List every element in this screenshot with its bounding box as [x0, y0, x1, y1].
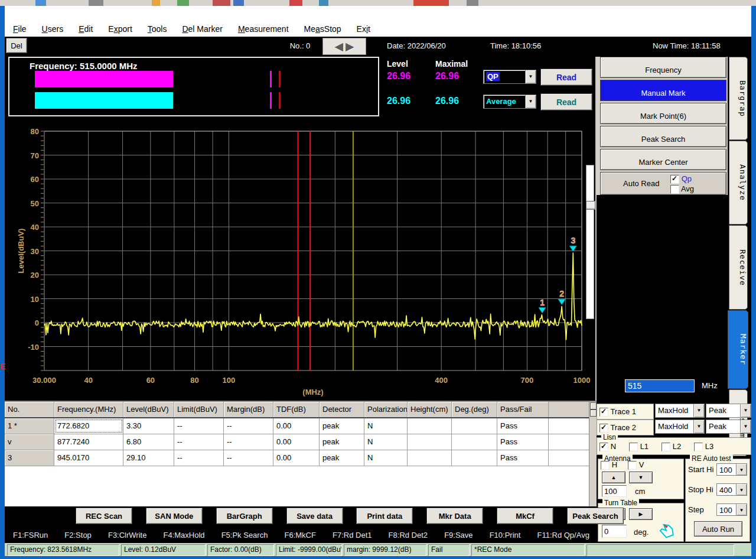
- step-dropdown[interactable]: 100 ▼: [716, 503, 747, 516]
- print-data-button[interactable]: Print data: [356, 508, 413, 524]
- antenna-v-checkbox[interactable]: [628, 461, 637, 470]
- cell-r1-c7[interactable]: peak: [320, 418, 364, 434]
- mkcf-button[interactable]: MkCf: [497, 508, 553, 524]
- cell-r1-c9[interactable]: [408, 418, 452, 434]
- menu-item-export[interactable]: Export: [108, 24, 132, 34]
- dropdown-arrow-icon[interactable]: ▼: [736, 464, 747, 475]
- read-qp-button[interactable]: Read: [540, 69, 592, 86]
- table-scroll-down-icon[interactable]: [590, 410, 597, 417]
- marker-frequency-input[interactable]: [625, 379, 695, 392]
- dropdown-arrow-icon[interactable]: ▼: [740, 404, 751, 417]
- cell-r2-c3[interactable]: 6.80: [123, 434, 174, 450]
- menu-item-users[interactable]: Users: [42, 24, 64, 34]
- start-hi-dropdown[interactable]: 100 ▼: [716, 463, 747, 476]
- mkr-data-button[interactable]: Mkr Data: [426, 508, 483, 524]
- cell-r3-c2[interactable]: 945.0170: [54, 450, 123, 466]
- qp-checkbox[interactable]: [670, 175, 679, 184]
- table-row[interactable]: v877.72406.80----0.00peakNPass: [5, 434, 597, 450]
- trace2-mode-dropdown[interactable]: MaxHold ▼: [655, 420, 705, 434]
- cell-r1-c2[interactable]: 772.6820: [54, 418, 123, 434]
- trace2-checkbox[interactable]: [599, 424, 608, 433]
- table-scroll-up-icon[interactable]: [590, 402, 597, 410]
- peak-search-button[interactable]: Peak Search: [600, 126, 726, 147]
- tab-marker[interactable]: Marker: [728, 310, 748, 389]
- trace1-mode-dropdown[interactable]: MaxHold ▼: [655, 404, 705, 418]
- cell-r1-c5[interactable]: --: [224, 418, 273, 434]
- next-record-icon[interactable]: ▶: [346, 41, 354, 52]
- menu-item-measstop[interactable]: MeasStop: [304, 24, 341, 34]
- prev-record-icon[interactable]: ◀: [334, 41, 343, 52]
- trace1-checkbox[interactable]: [599, 408, 608, 417]
- turn-table-angle-input[interactable]: [602, 525, 627, 538]
- dropdown-arrow-icon[interactable]: ▼: [693, 420, 704, 433]
- read-avg-button[interactable]: Read: [540, 93, 592, 110]
- menu-item-measurement[interactable]: Measurement: [238, 24, 289, 34]
- cell-r3-c3[interactable]: 29.10: [123, 450, 174, 466]
- detector2-dropdown[interactable]: Average ▼: [483, 95, 536, 109]
- dropdown-arrow-icon[interactable]: ▼: [525, 70, 536, 83]
- cell-r1-c6[interactable]: 0.00: [273, 418, 320, 434]
- chart-scrollbar-thumb[interactable]: [586, 201, 595, 210]
- rec-scan-button[interactable]: REC Scan: [76, 508, 132, 524]
- turn-table-right-button[interactable]: ▶: [629, 508, 653, 520]
- antenna-h-checkbox[interactable]: [601, 461, 610, 470]
- cell-r1-c10[interactable]: [452, 418, 497, 434]
- frequency-button[interactable]: Frequency: [600, 57, 726, 78]
- cell-r3-c4[interactable]: --: [174, 450, 224, 466]
- cell-r3-c5[interactable]: --: [224, 450, 273, 466]
- san-mode-button[interactable]: SAN Mode: [146, 508, 203, 524]
- cell-r2-c10[interactable]: [452, 434, 497, 450]
- cell-r3-c1[interactable]: 3: [5, 450, 54, 466]
- cell-r1-c8[interactable]: N: [364, 418, 408, 434]
- dropdown-arrow-icon[interactable]: ▼: [736, 484, 747, 495]
- lisn-n-checkbox[interactable]: [599, 443, 608, 451]
- marker-1-icon[interactable]: [539, 308, 546, 313]
- save-data-button[interactable]: Save data: [286, 508, 343, 524]
- cell-r2-c5[interactable]: --: [224, 434, 273, 450]
- dropdown-arrow-icon[interactable]: ▼: [525, 95, 536, 108]
- avg-checkbox[interactable]: [670, 185, 679, 194]
- menu-item-edit[interactable]: Edit: [79, 24, 93, 34]
- cell-r1-c11[interactable]: Pass: [497, 418, 549, 434]
- cell-r2-c8[interactable]: N: [364, 434, 408, 450]
- turn-table-hand-icon[interactable]: [657, 521, 679, 540]
- auto-run-button[interactable]: Auto Run: [694, 521, 742, 537]
- cell-r2-c2[interactable]: 877.7240: [54, 434, 123, 450]
- lisn-l2-checkbox[interactable]: [662, 443, 670, 451]
- antenna-height-input[interactable]: [602, 485, 627, 497]
- cell-r3-c10[interactable]: [452, 450, 497, 466]
- cell-r3-c8[interactable]: N: [364, 450, 408, 466]
- del-button[interactable]: Del: [6, 38, 27, 53]
- cell-r3-c9[interactable]: [408, 450, 452, 466]
- tab-analyze[interactable]: Analyze: [729, 141, 748, 225]
- menu-item-del-marker[interactable]: Del Marker: [182, 24, 222, 34]
- cell-r2-c1[interactable]: v: [5, 434, 54, 450]
- cell-r3-c6[interactable]: 0.00: [273, 450, 320, 466]
- peak-search-button[interactable]: Peak Search: [567, 508, 624, 524]
- antenna-down-button[interactable]: ▼: [629, 472, 653, 483]
- tab-receive[interactable]: Receive: [729, 225, 748, 310]
- dropdown-arrow-icon[interactable]: ▼: [736, 504, 747, 515]
- menu-item-exit[interactable]: Exit: [357, 24, 370, 34]
- lisn-l1-checkbox[interactable]: [629, 443, 638, 451]
- marker-3-icon[interactable]: [569, 246, 576, 251]
- cell-r2-c11[interactable]: Pass: [497, 434, 549, 450]
- bargraph-button[interactable]: BarGraph: [216, 508, 273, 524]
- cell-r3-c11[interactable]: Pass: [497, 450, 549, 466]
- mark-point-button[interactable]: Mark Point(6): [600, 103, 726, 124]
- marker-2-icon[interactable]: [558, 299, 565, 304]
- menu-item-tools[interactable]: Tools: [148, 24, 167, 34]
- dropdown-arrow-icon[interactable]: ▼: [740, 420, 751, 433]
- menu-item-file[interactable]: File: [13, 24, 27, 34]
- stop-hi-dropdown[interactable]: 400 ▼: [716, 483, 747, 496]
- cell-r1-c1[interactable]: 1 *: [5, 418, 54, 434]
- dropdown-arrow-icon[interactable]: ▼: [693, 404, 704, 417]
- record-nav-arrows[interactable]: ◀ ▶: [322, 38, 366, 55]
- table-row[interactable]: 3945.017029.10----0.00peakNPass: [5, 450, 597, 466]
- lisn-l3-checkbox[interactable]: [694, 443, 703, 451]
- tab-bargrap[interactable]: Bargrap: [729, 57, 748, 140]
- cell-r3-c7[interactable]: peak: [320, 450, 364, 466]
- table-scrollbar[interactable]: [589, 402, 597, 506]
- cell-r2-c6[interactable]: 0.00: [273, 434, 320, 450]
- chart-scrollbar[interactable]: [586, 165, 594, 319]
